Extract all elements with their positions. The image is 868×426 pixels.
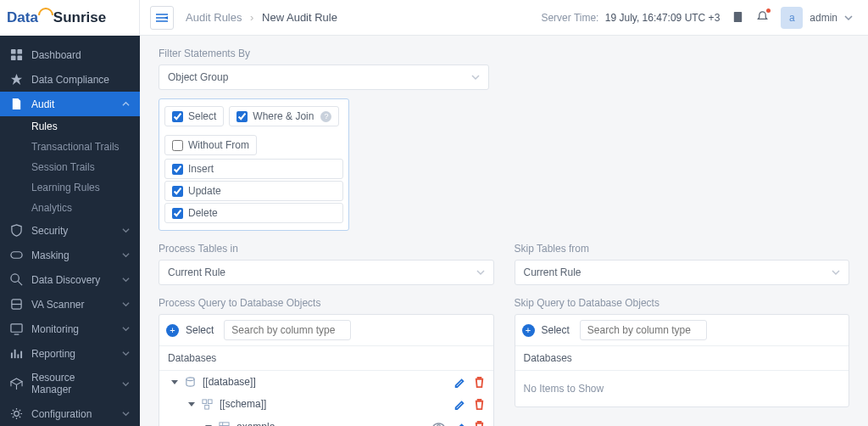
sidebar-item-label: Resource Manager: [31, 372, 114, 395]
chevron-down-icon: [122, 410, 130, 418]
sidebar-sub-session-trails[interactable]: Session Trails: [0, 157, 140, 177]
add-button[interactable]: +: [166, 324, 179, 337]
tree-schema-label: [[schema]]: [220, 398, 266, 410]
chk-where-join[interactable]: Where & Join?: [229, 106, 339, 126]
trash-icon[interactable]: [474, 377, 485, 388]
search-icon: [10, 273, 23, 286]
logo: DataSunrise: [7, 9, 106, 26]
sidebar-item-resource-manager[interactable]: Resource Manager: [0, 366, 140, 401]
user-menu[interactable]: a admin: [781, 7, 853, 29]
svg-point-6: [11, 274, 19, 282]
svg-rect-38: [205, 405, 209, 409]
header: Audit Rules › New Audit Rule Server Time…: [140, 0, 868, 36]
tree-table-label: example: [236, 421, 275, 427]
sidebar-item-label: Security: [31, 225, 68, 237]
sidebar-sub-learning-rules[interactable]: Learning Rules: [0, 177, 140, 198]
svg-marker-16: [11, 378, 22, 384]
select-link[interactable]: Select: [186, 324, 214, 336]
chart-icon: [10, 347, 23, 360]
sidebar-sub-rules[interactable]: Rules: [0, 116, 140, 137]
select-link[interactable]: Select: [542, 324, 570, 336]
sidebar-sub-analytics[interactable]: Analytics: [0, 198, 140, 218]
sidebar-item-label: Reporting: [31, 348, 75, 360]
process-tables-select[interactable]: Current Rule: [159, 260, 494, 285]
sidebar-item-security[interactable]: Security: [0, 218, 140, 243]
skip-tables-label: Skip Tables from: [515, 243, 850, 255]
edit-icon[interactable]: [453, 376, 465, 388]
help-icon[interactable]: ?: [320, 111, 331, 122]
databases-header: Databases: [515, 346, 849, 371]
process-tables-label: Process Tables in: [159, 243, 494, 255]
trash-icon[interactable]: [474, 421, 485, 426]
chk-insert[interactable]: Insert: [164, 159, 343, 179]
sidebar-item-label: Audit: [31, 98, 54, 110]
search-input[interactable]: [224, 320, 351, 340]
skip-panel: + Select Databases No Items to Show: [515, 314, 850, 407]
databases-header: Databases: [159, 346, 493, 371]
chk-delete[interactable]: Delete: [164, 203, 343, 223]
sidebar-sub-transactional-trails[interactable]: Transactional Trails: [0, 137, 140, 157]
sidebar-item-data-discovery[interactable]: Data Discovery: [0, 267, 140, 292]
sidebar-item-reporting[interactable]: Reporting: [0, 341, 140, 366]
svg-rect-10: [11, 324, 22, 332]
tasks-button[interactable]: [732, 10, 744, 25]
svg-rect-0: [11, 49, 16, 54]
chk-select[interactable]: Select: [164, 106, 224, 126]
sidebar-item-dashboard[interactable]: Dashboard: [0, 42, 140, 67]
breadcrumb: Audit Rules › New Audit Rule: [186, 11, 337, 24]
process-panel-head: + Select: [159, 315, 493, 346]
sidebar-item-data-compliance[interactable]: Data Compliance: [0, 67, 140, 92]
shield-icon: [10, 224, 23, 237]
tree-schema-row[interactable]: [[schema]]: [159, 393, 493, 415]
eye-icon[interactable]: [432, 420, 445, 426]
svg-rect-1: [17, 49, 22, 54]
sidebar-item-audit[interactable]: Audit: [0, 92, 140, 116]
search-input[interactable]: [580, 320, 707, 340]
monitor-icon: [10, 322, 23, 335]
sidebar-item-label: Configuration: [31, 408, 92, 420]
caret-down-icon[interactable]: [171, 378, 178, 385]
breadcrumb-root[interactable]: Audit Rules: [186, 11, 242, 24]
sidebar-item-label: Data Compliance: [31, 74, 109, 86]
mask-icon: [10, 249, 23, 261]
skip-tables-select[interactable]: Current Rule: [515, 260, 850, 285]
svg-marker-35: [188, 402, 195, 406]
svg-rect-37: [208, 399, 212, 403]
edit-icon[interactable]: [453, 398, 465, 410]
sidebar-item-configuration[interactable]: Configuration: [0, 401, 140, 426]
svg-rect-36: [203, 399, 207, 403]
sidebar: DataSunrise Dashboard Data Compliance Au…: [0, 0, 140, 426]
add-button[interactable]: +: [522, 324, 535, 337]
svg-point-33: [186, 377, 194, 380]
sidebar-item-masking[interactable]: Masking: [0, 243, 140, 267]
chk-without-from[interactable]: Without From: [164, 135, 257, 155]
trash-icon[interactable]: [474, 399, 485, 410]
no-items-text: No Items to Show: [515, 371, 849, 406]
tree-database-label: [[database]]: [203, 376, 256, 388]
caret-down-icon[interactable]: [205, 423, 212, 427]
breadcrumb-sep: ›: [250, 11, 253, 24]
edit-icon[interactable]: [453, 421, 465, 427]
scan-icon: [10, 298, 23, 311]
sidebar-item-monitoring[interactable]: Monitoring: [0, 317, 140, 341]
sidebar-item-label: VA Scanner: [31, 299, 84, 311]
tree-database-row[interactable]: [[database]]: [159, 371, 493, 393]
collapse-sidebar-button[interactable]: [150, 6, 174, 30]
avatar: a: [781, 7, 803, 29]
schema-icon: [202, 399, 213, 410]
filter-select[interactable]: Object Group: [159, 64, 489, 90]
sidebar-item-va-scanner[interactable]: VA Scanner: [0, 292, 140, 317]
svg-rect-31: [734, 11, 742, 21]
document-icon: [10, 98, 23, 110]
chk-update[interactable]: Update: [164, 181, 343, 201]
skip-column: Skip Tables from Current Rule Skip Query…: [515, 243, 850, 426]
svg-marker-30: [164, 16, 168, 20]
notifications-button[interactable]: [756, 10, 769, 25]
chevron-down-icon: [122, 251, 130, 259]
chevron-down-icon: [122, 325, 130, 333]
tree-table-row[interactable]: example: [159, 415, 493, 426]
svg-rect-5: [11, 252, 22, 259]
chevron-down-icon: [471, 73, 480, 81]
caret-down-icon[interactable]: [188, 401, 195, 407]
sidebar-item-label: Data Discovery: [31, 274, 100, 286]
